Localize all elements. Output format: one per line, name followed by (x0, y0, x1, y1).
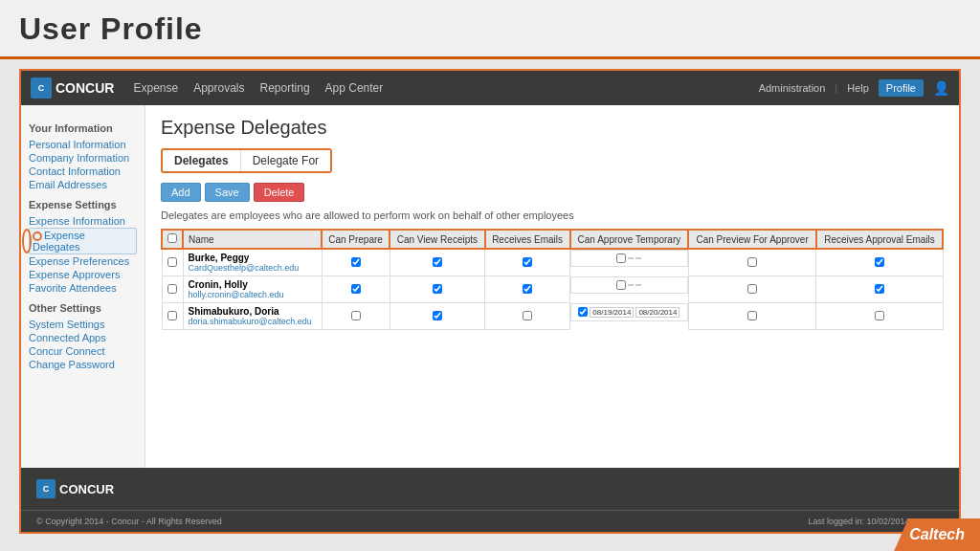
svg-text:C: C (38, 83, 45, 93)
person-name: Cronin, Holly (189, 279, 317, 290)
logo-icon: C (31, 77, 52, 99)
user-icon: 👤 (933, 80, 949, 96)
caltech-badge: Caltech (894, 518, 980, 551)
sidebar-link-personal[interactable]: Personal Information (29, 138, 137, 151)
approve-temp-check[interactable] (616, 253, 626, 263)
sidebar-link-expense-delegates[interactable]: Expense Delegates (29, 228, 137, 254)
col-can-prepare: Can Prepare (322, 230, 390, 249)
description-text: Delegates are employees who are allowed … (161, 209, 944, 221)
sidebar-section-expense: Expense Settings (29, 199, 137, 210)
nav-right: Administration | Help Profile 👤 (759, 79, 949, 97)
sidebar: Your Information Personal Information Co… (21, 105, 145, 468)
col-approval-emails: Receives Approval Emails (816, 230, 943, 249)
add-button[interactable]: Add (161, 183, 201, 202)
row-select-checkbox[interactable] (167, 257, 177, 267)
main-container: C CONCUR Expense Approvals Reporting App… (0, 59, 980, 543)
nav-approvals[interactable]: Approvals (193, 74, 244, 102)
sidebar-link-connected-apps[interactable]: Connected Apps (29, 331, 137, 344)
top-nav: C CONCUR Expense Approvals Reporting App… (21, 71, 959, 105)
browser-frame: C CONCUR Expense Approvals Reporting App… (19, 69, 961, 534)
approval-emails-check[interactable] (875, 311, 884, 320)
cell-name: Burke, Peggy CardQuesthelp@caltech.edu (183, 249, 322, 276)
select-all-checkbox[interactable] (167, 233, 177, 243)
tab-bar: Delegates Delegate For (161, 148, 332, 173)
person-name: Burke, Peggy (189, 253, 317, 263)
sidebar-link-favorite-attendees[interactable]: Favorite Attendees (29, 281, 137, 295)
sidebar-section-other: Other Settings (29, 302, 137, 314)
col-select-all[interactable] (162, 230, 183, 249)
sidebar-link-change-password[interactable]: Change Password (29, 358, 137, 371)
approval-emails-check[interactable] (875, 257, 884, 267)
sidebar-link-system-settings[interactable]: System Settings (29, 318, 137, 331)
active-indicator (33, 231, 42, 241)
preview-approver-check[interactable] (747, 311, 757, 320)
sidebar-link-expense-approvers[interactable]: Expense Approvers (29, 268, 137, 281)
col-approve-temp: Can Approve Temporary (570, 230, 689, 249)
col-view-receipts: Can View Receipts (390, 230, 485, 249)
table-row: Shimabukuro, Doria doria.shimabukuro@cal… (162, 303, 943, 330)
page-title: User Profile (19, 11, 203, 46)
footer-bottom: © Copyright 2014 - Concur - All Rights R… (21, 510, 959, 532)
tab-delegates[interactable]: Delegates (163, 150, 241, 171)
tab-delegate-for[interactable]: Delegate For (241, 150, 330, 171)
receives-emails-check[interactable] (523, 284, 532, 294)
receives-emails-check[interactable] (523, 257, 532, 267)
sidebar-link-contact[interactable]: Contact Information (29, 165, 137, 178)
copyright-text: © Copyright 2014 - Concur - All Rights R… (36, 517, 222, 526)
admin-text: Administration (759, 82, 826, 94)
approve-temp-check[interactable] (578, 307, 588, 317)
nav-left: C CONCUR Expense Approvals Reporting App… (31, 74, 383, 102)
nav-reporting[interactable]: Reporting (260, 74, 310, 102)
sidebar-link-concur-connect[interactable]: Concur Connect (29, 344, 137, 358)
cell-name: Shimabukuro, Doria doria.shimabukuro@cal… (183, 303, 322, 330)
view-receipts-check[interactable] (433, 257, 442, 267)
col-name: Name (183, 230, 322, 249)
sidebar-link-company[interactable]: Company Information (29, 151, 137, 165)
action-buttons: Add Save Delete (161, 183, 944, 202)
nav-expense[interactable]: Expense (133, 74, 178, 102)
footer-logo: C CONCUR (36, 479, 114, 498)
person-email: doria.shimabukuro@caltech.edu (189, 317, 317, 326)
view-receipts-check[interactable] (433, 284, 442, 294)
help-text[interactable]: Help (847, 82, 869, 94)
logo-text: CONCUR (56, 80, 114, 96)
footer: C CONCUR (21, 468, 959, 510)
person-name: Shimabukuro, Doria (189, 306, 317, 317)
col-preview-approver: Can Preview For Approver (688, 230, 816, 249)
profile-button[interactable]: Profile (879, 79, 924, 97)
footer-logo-text: CONCUR (59, 482, 114, 496)
can-prepare-check[interactable] (351, 311, 361, 320)
can-prepare-check[interactable] (351, 284, 361, 294)
nav-links: Expense Approvals Reporting App Center (133, 74, 383, 102)
table-row: Burke, Peggy CardQuesthelp@caltech.edu (162, 249, 943, 276)
section-title: Expense Delegates (161, 117, 944, 139)
can-prepare-check[interactable] (351, 257, 361, 267)
svg-text:C: C (43, 484, 50, 494)
preview-approver-check[interactable] (747, 257, 757, 267)
table-row: Cronin, Holly holly.cronin@caltech.edu (162, 276, 943, 303)
approval-emails-check[interactable] (875, 284, 884, 294)
footer-logo-icon: C (36, 479, 56, 498)
view-receipts-check[interactable] (433, 311, 442, 320)
approve-temp-check[interactable] (616, 280, 626, 290)
delegates-table: Name Can Prepare Can View Receipts Recei… (161, 229, 944, 330)
cell-name: Cronin, Holly holly.cronin@caltech.edu (183, 276, 322, 303)
sidebar-section-your-info: Your Information (29, 122, 137, 134)
nav-app-center[interactable]: App Center (325, 74, 384, 102)
main-content: Expense Delegates Delegates Delegate For… (145, 105, 959, 468)
preview-approver-check[interactable] (747, 284, 757, 294)
person-email: CardQuesthelp@caltech.edu (189, 263, 317, 273)
row-select-checkbox[interactable] (167, 284, 177, 294)
concur-logo: C CONCUR (31, 77, 114, 99)
row-select-checkbox[interactable] (167, 311, 177, 320)
content-area: Your Information Personal Information Co… (21, 105, 959, 468)
delete-button[interactable]: Delete (254, 183, 305, 202)
col-receives-emails: Receives Emails (485, 230, 570, 249)
sidebar-link-expense-info[interactable]: Expense Information (29, 214, 137, 228)
person-email: holly.cronin@caltech.edu (189, 290, 317, 299)
sidebar-link-email[interactable]: Email Addresses (29, 178, 137, 191)
receives-emails-check[interactable] (523, 311, 532, 320)
sidebar-link-expense-prefs[interactable]: Expense Preferences (29, 254, 137, 268)
save-button[interactable]: Save (205, 183, 250, 202)
page-header: User Profile (0, 0, 980, 59)
